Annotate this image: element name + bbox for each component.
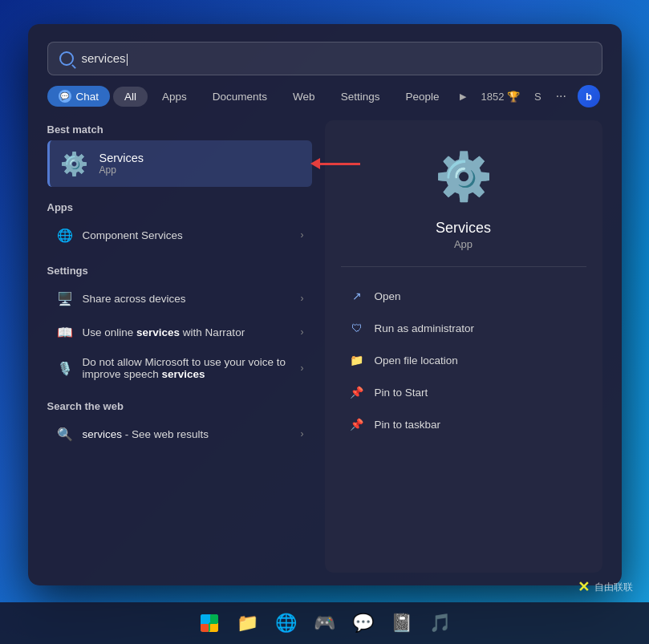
folder-icon: 📁: [349, 352, 365, 368]
pin-taskbar-icon: 📌: [349, 416, 365, 432]
share-devices-icon: 🖥️: [55, 289, 75, 308]
settings-section-label: Settings: [47, 265, 312, 277]
win-q4: [210, 624, 218, 632]
tab-web[interactable]: Web: [282, 87, 327, 107]
chat-icon: 💬: [59, 90, 71, 103]
search-text: services: [82, 51, 126, 65]
run-admin-label: Run as administrator: [375, 322, 475, 334]
taskbar: 📁 🌐 🎮 💬 📓 🎵: [0, 602, 649, 644]
search-input[interactable]: services: [82, 51, 590, 66]
chrome-button[interactable]: 🌐: [270, 607, 302, 639]
win-q3: [201, 624, 209, 632]
web-suffix: - See web results: [122, 428, 209, 440]
best-match-label: Best match: [47, 124, 312, 136]
web-search-item[interactable]: 🔍 services - See web results ›: [47, 417, 312, 451]
red-arrow: [310, 158, 360, 169]
filter-tabs: 💬 Chat All Apps Documents Web Settings P…: [28, 75, 622, 107]
tab-settings[interactable]: Settings: [330, 87, 391, 107]
share-devices-left: 🖥️ Share across devices: [55, 289, 186, 308]
component-services-item[interactable]: 🌐 Component Services ›: [47, 218, 312, 252]
app-type-large: App: [454, 238, 473, 250]
content-area: Best match ⚙️ Services App Apps 🌐: [28, 107, 622, 585]
web-search-icon: 🔍: [55, 424, 75, 444]
app-icon-large: ⚙️: [432, 144, 496, 209]
open-icon: ↗: [349, 288, 365, 304]
pin-start-label: Pin to Start: [375, 387, 428, 399]
best-match-item[interactable]: ⚙️ Services App: [47, 140, 312, 187]
whatsapp-button[interactable]: 💬: [347, 607, 379, 639]
web-section: Search the web 🔍 services - See web resu…: [47, 397, 312, 451]
component-services-left: 🌐 Component Services: [55, 225, 183, 245]
voice-text: Do not allow Microsoft to use your voice…: [83, 356, 301, 380]
divider: [341, 266, 586, 267]
component-services-name: Component Services: [83, 229, 183, 241]
narrator-left: 📖 Use online services with Narrator: [55, 322, 245, 342]
windows-logo: [201, 614, 218, 632]
win-q1: [201, 614, 209, 622]
web-section-label: Search the web: [47, 400, 312, 412]
action-run-admin[interactable]: 🛡 Run as administrator: [341, 314, 586, 342]
action-open-location[interactable]: 📁 Open file location: [341, 346, 586, 375]
right-panel: ⚙️ Services App ↗ Open 🛡 Run as administ…: [325, 120, 602, 573]
search-bar[interactable]: services: [47, 42, 602, 75]
open-label: Open: [375, 290, 401, 302]
action-open[interactable]: ↗ Open: [341, 281, 586, 310]
watermark-symbol: ✕: [578, 578, 590, 596]
narrator-item[interactable]: 📖 Use online services with Narrator ›: [47, 315, 312, 349]
chevron-right-icon-4: ›: [301, 363, 304, 374]
tab-s-button[interactable]: S: [528, 87, 548, 107]
apps-section: Apps 🌐 Component Services ›: [47, 198, 312, 252]
voice-item[interactable]: 🎙️ Do not allow Microsoft to use your vo…: [47, 349, 312, 387]
start-button[interactable]: [193, 607, 225, 639]
start-menu: services 💬 Chat All Apps Documents Web S…: [28, 24, 622, 585]
settings-section: Settings 🖥️ Share across devices › 📖 Use…: [47, 261, 312, 387]
tab-apps-label: Apps: [162, 91, 187, 103]
tab-all[interactable]: All: [113, 87, 148, 107]
arrow-line: [320, 163, 360, 165]
tab-apps[interactable]: Apps: [151, 87, 198, 107]
xbox-button[interactable]: 🎮: [309, 607, 341, 639]
tab-people-label: People: [405, 91, 439, 103]
component-services-icon: 🌐: [55, 225, 75, 245]
search-icon: [59, 51, 74, 66]
bing-label: b: [586, 91, 592, 103]
win-q2: [210, 614, 218, 622]
tab-all-label: All: [124, 91, 136, 103]
onenote-button[interactable]: 📓: [386, 607, 418, 639]
tab-web-label: Web: [293, 91, 315, 103]
pin-taskbar-label: Pin to taskbar: [375, 419, 441, 431]
watermark-text: 自由联联: [594, 581, 633, 594]
best-match-name: Services: [99, 152, 144, 164]
cursor: [127, 54, 128, 66]
chevron-right-icon-5: ›: [301, 428, 304, 439]
narrator-text: Use online services with Narrator: [83, 326, 245, 338]
web-keyword: services: [83, 428, 123, 440]
share-devices-text: Share across devices: [83, 293, 186, 305]
chevron-right-icon-2: ›: [301, 293, 304, 304]
tab-documents[interactable]: Documents: [201, 87, 278, 107]
pin-start-icon: 📌: [349, 384, 365, 400]
action-pin-taskbar[interactable]: 📌 Pin to taskbar: [341, 410, 586, 439]
web-search-text: services - See web results: [83, 428, 209, 440]
spotify-button[interactable]: 🎵: [424, 607, 456, 639]
best-match-type: App: [99, 164, 144, 176]
tab-score-number[interactable]: 1852 🏆: [476, 87, 525, 107]
narrator-icon: 📖: [55, 322, 75, 342]
tab-play-button[interactable]: ▶: [453, 87, 473, 106]
app-name-large: Services: [436, 220, 491, 237]
services-gear-icon: ⚙️: [59, 148, 90, 179]
left-panel: Best match ⚙️ Services App Apps 🌐: [47, 120, 312, 573]
action-pin-start[interactable]: 📌 Pin to Start: [341, 378, 586, 407]
tab-people[interactable]: People: [394, 87, 450, 107]
share-devices-item[interactable]: 🖥️ Share across devices ›: [47, 281, 312, 315]
admin-icon: 🛡: [349, 320, 365, 336]
tab-more-button[interactable]: ···: [551, 85, 571, 107]
file-explorer-button[interactable]: 📁: [232, 607, 264, 639]
tab-chat-label: Chat: [76, 91, 99, 103]
tab-settings-label: Settings: [341, 91, 380, 103]
action-list: ↗ Open 🛡 Run as administrator 📁 Open fil…: [341, 281, 586, 439]
open-location-label: Open file location: [375, 354, 458, 367]
bing-button[interactable]: b: [578, 85, 600, 107]
tab-chat[interactable]: 💬 Chat: [47, 86, 111, 107]
best-match-info: Services App: [99, 152, 144, 176]
